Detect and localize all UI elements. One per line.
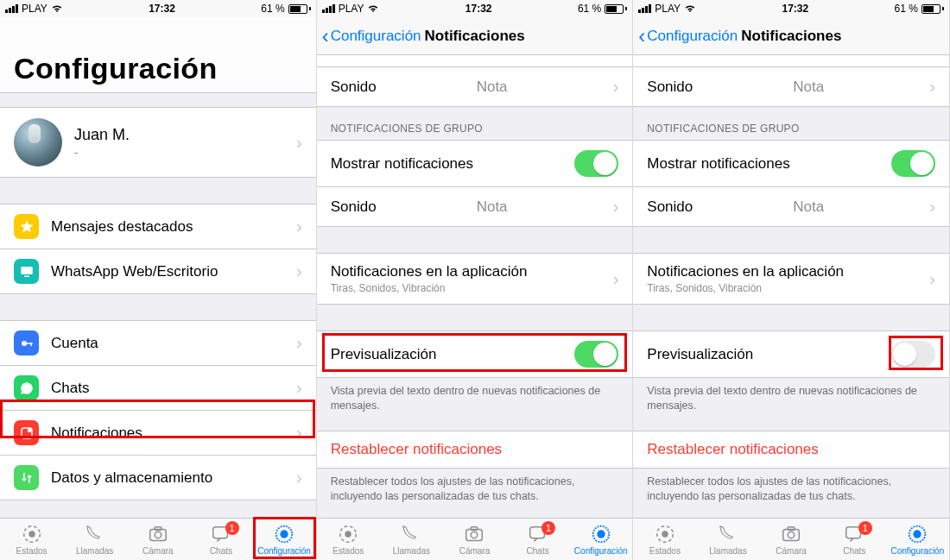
row-preview[interactable]: Previsualización: [317, 330, 633, 378]
chevron-left-icon: ‹: [322, 26, 329, 47]
row-label: Sonido: [331, 198, 377, 216]
chevron-right-icon: ›: [296, 133, 302, 153]
row-in-app-notifications[interactable]: Notificaciones en la aplicación Tiras, S…: [317, 253, 633, 305]
battery-pct: 61 %: [895, 3, 918, 15]
tab-label: Cámara: [459, 546, 491, 556]
svg-rect-11: [155, 527, 161, 531]
back-label: Configuración: [647, 28, 738, 45]
row-sound[interactable]: Sonido Nota ›: [317, 67, 633, 107]
back-button[interactable]: ‹ Configuración: [322, 26, 421, 47]
row-starred-messages[interactable]: Mensajes destacados ›: [0, 204, 316, 249]
notifications-scroll[interactable]: Sonido Nota › NOTIFICACIONES DE GRUPO Mo…: [317, 55, 633, 518]
row-label: Datos y almacenamiento: [51, 469, 212, 487]
row-preview[interactable]: Previsualización: [633, 330, 949, 378]
tab-label: Configuración: [257, 546, 311, 556]
row-label: Sonido: [331, 79, 377, 96]
screen-notifications-off: PLAY 17:32 61 % ‹ Configuración Notifica…: [633, 0, 950, 560]
tab-settings[interactable]: Configuración: [253, 523, 316, 556]
tab-settings[interactable]: Configuración: [569, 523, 632, 556]
tab-camera[interactable]: Cámara: [760, 523, 823, 556]
tab-chats[interactable]: 1Chats: [823, 523, 886, 556]
signal-icon: [638, 4, 651, 13]
tab-chats[interactable]: 1 Chats: [189, 523, 252, 556]
preview-toggle-switch[interactable]: [574, 341, 618, 368]
chevron-right-icon: ›: [296, 261, 302, 281]
row-group-sound[interactable]: Sonido Nota ›: [633, 187, 949, 227]
tab-settings[interactable]: Configuración: [886, 523, 949, 556]
back-label: Configuración: [331, 28, 421, 45]
row-label: Notificaciones: [51, 425, 142, 442]
tab-chats[interactable]: 1Chats: [506, 523, 569, 556]
group-footer: Restablecer todos los ajustes de las not…: [317, 469, 633, 513]
tab-label: Estados: [649, 546, 681, 556]
row-subtitle: Tiras, Sonidos, Vibración: [647, 282, 844, 294]
svg-point-8: [28, 531, 35, 537]
row-account[interactable]: Cuenta ›: [0, 320, 316, 366]
svg-point-24: [662, 531, 668, 537]
row-label: Previsualización: [647, 346, 753, 363]
row-subtitle: Tiras, Sonidos, Vibración: [331, 282, 528, 294]
preview-toggle-switch[interactable]: [891, 341, 935, 368]
svg-point-14: [280, 530, 288, 538]
nav-bar: ‹ Configuración Notificaciones: [317, 17, 633, 55]
settings-scroll[interactable]: Juan M. - › Mensajes destacados › WhatsA…: [0, 93, 316, 518]
tab-camera[interactable]: Cámara: [443, 523, 506, 556]
tab-label: Configuración: [574, 546, 628, 556]
tab-calls[interactable]: Llamadas: [696, 523, 759, 556]
row-show-notifications[interactable]: Mostrar notificaciones: [633, 140, 949, 187]
chevron-right-icon: ›: [613, 197, 619, 217]
tab-status[interactable]: Estados: [633, 523, 696, 556]
row-notifications[interactable]: Notificaciones ›: [0, 411, 316, 456]
battery-icon: [922, 4, 944, 14]
row-value: Nota: [477, 198, 508, 216]
chevron-right-icon: ›: [296, 217, 302, 236]
tab-label: Cámara: [142, 546, 174, 556]
tab-label: Llamadas: [709, 546, 746, 556]
toggle-switch[interactable]: [891, 150, 935, 177]
svg-rect-25: [783, 529, 800, 540]
notification-icon: [14, 420, 39, 445]
tab-status[interactable]: Estados: [0, 523, 63, 556]
row-reset-notifications[interactable]: Restablecer notificaciones: [633, 431, 949, 469]
row-label: Mostrar notificaciones: [647, 155, 789, 173]
row-reset-notifications[interactable]: Restablecer notificaciones: [317, 431, 633, 469]
tab-label: Chats: [210, 546, 232, 556]
row-sound[interactable]: Sonido Nota ›: [633, 67, 949, 107]
battery-icon: [605, 4, 627, 14]
tab-label: Estados: [16, 546, 47, 556]
svg-rect-0: [21, 267, 33, 274]
row-group-sound[interactable]: Sonido Nota ›: [317, 187, 633, 227]
status-time: 17:32: [149, 3, 175, 15]
carrier-label: PLAY: [339, 3, 364, 15]
status-bar: PLAY 17:32 61 %: [633, 0, 949, 17]
row-value: Nota: [793, 198, 824, 216]
row-data-storage[interactable]: Datos y almacenamiento ›: [0, 456, 316, 500]
svg-rect-4: [30, 343, 32, 346]
screen-settings: PLAY 17:32 61 % Configuración Juan M. - …: [0, 0, 317, 560]
back-button[interactable]: ‹ Configuración: [638, 26, 738, 47]
row-peek: [633, 55, 949, 67]
tab-bar: Estados Llamadas Cámara 1 Chats Configur…: [0, 518, 316, 560]
row-chats[interactable]: Chats ›: [0, 366, 316, 411]
chevron-right-icon: ›: [613, 77, 619, 97]
tab-calls[interactable]: Llamadas: [380, 523, 443, 556]
row-label: Mensajes destacados: [51, 218, 193, 236]
notifications-scroll[interactable]: Sonido Nota › NOTIFICACIONES DE GRUPO Mo…: [633, 55, 949, 518]
svg-point-16: [345, 531, 352, 537]
status-time: 17:32: [466, 3, 492, 15]
chevron-left-icon: ‹: [638, 26, 645, 47]
battery-pct: 61 %: [261, 3, 284, 15]
row-show-notifications[interactable]: Mostrar notificaciones: [317, 140, 633, 187]
chevron-right-icon: ›: [296, 378, 302, 398]
tab-calls[interactable]: Llamadas: [63, 523, 126, 556]
group-header: NOTIFICACIONES DE GRUPO: [317, 107, 633, 140]
svg-point-2: [22, 341, 27, 346]
toggle-switch[interactable]: [574, 150, 618, 177]
chevron-right-icon: ›: [296, 333, 302, 353]
row-in-app-notifications[interactable]: Notificaciones en la aplicación Tiras, S…: [633, 253, 949, 305]
profile-row[interactable]: Juan M. - ›: [0, 107, 316, 178]
chevron-right-icon: ›: [613, 269, 619, 289]
tab-status[interactable]: Estados: [317, 523, 380, 556]
row-whatsapp-web[interactable]: WhatsApp Web/Escritorio ›: [0, 249, 316, 294]
tab-camera[interactable]: Cámara: [126, 523, 189, 556]
